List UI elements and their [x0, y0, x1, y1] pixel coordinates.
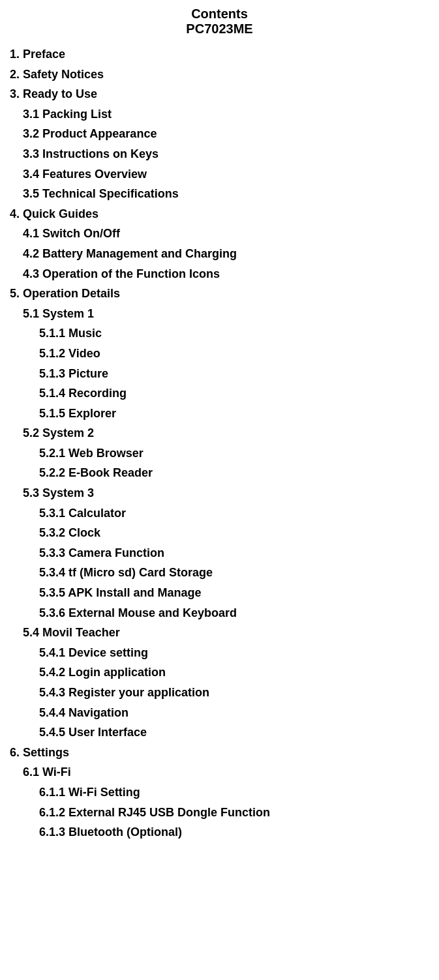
toc-item: 3. Ready to Use [10, 84, 429, 104]
toc-item: 5.1.2 Video [39, 344, 429, 364]
toc-item: 5.1 System 1 [23, 304, 429, 324]
toc-item: 3.3 Instructions on Keys [23, 144, 429, 164]
toc-item: 6.1.3 Bluetooth (Optional) [39, 822, 429, 842]
toc-item: 5.4.2 Login application [39, 662, 429, 683]
toc-item: 6.1.1 Wi-Fi Setting [39, 782, 429, 803]
toc-item: 5.2.2 E-Book Reader [39, 463, 429, 483]
toc-item: 5.4 Movil Teacher [23, 623, 429, 643]
document-title: Contents PC7023ME [10, 7, 429, 37]
toc-item: 5.3.3 Camera Function [39, 543, 429, 563]
title-line-2: PC7023ME [10, 22, 429, 37]
toc-item: 5.3 System 3 [23, 483, 429, 503]
toc-item: 1. Preface [10, 44, 429, 65]
table-of-contents: 1. Preface2. Safety Notices3. Ready to U… [10, 44, 429, 842]
toc-item: 3.2 Product Appearance [23, 124, 429, 144]
toc-item: 6. Settings [10, 743, 429, 763]
toc-item: 5.4.3 Register your application [39, 683, 429, 703]
toc-item: 5.3.6 External Mouse and Keyboard [39, 603, 429, 623]
toc-item: 3.1 Packing List [23, 104, 429, 125]
toc-item: 4.2 Battery Management and Charging [23, 244, 429, 264]
toc-item: 5.2 System 2 [23, 423, 429, 443]
toc-item: 5.1.4 Recording [39, 383, 429, 404]
toc-item: 4.3 Operation of the Function Icons [23, 264, 429, 284]
toc-item: 5.4.1 Device setting [39, 643, 429, 663]
toc-item: 5.1.5 Explorer [39, 404, 429, 424]
toc-item: 3.5 Technical Specifications [23, 184, 429, 204]
toc-item: 5.3.1 Calculator [39, 503, 429, 524]
title-line-1: Contents [10, 7, 429, 22]
toc-item: 4. Quick Guides [10, 204, 429, 224]
toc-item: 5.1.3 Picture [39, 364, 429, 384]
toc-item: 5.4.4 Navigation [39, 703, 429, 723]
toc-item: 6.1 Wi-Fi [23, 762, 429, 782]
toc-item: 5.3.5 APK Install and Manage [39, 583, 429, 603]
toc-item: 5. Operation Details [10, 284, 429, 304]
toc-item: 5.3.4 tf (Micro sd) Card Storage [39, 563, 429, 583]
toc-item: 5.1.1 Music [39, 323, 429, 344]
toc-item: 4.1 Switch On/Off [23, 224, 429, 244]
toc-item: 3.4 Features Overview [23, 164, 429, 185]
toc-item: 5.4.5 User Interface [39, 722, 429, 743]
toc-item: 6.1.2 External RJ45 USB Dongle Function [39, 803, 429, 823]
toc-item: 5.3.2 Clock [39, 523, 429, 543]
toc-item: 5.2.1 Web Browser [39, 443, 429, 464]
toc-item: 2. Safety Notices [10, 65, 429, 85]
